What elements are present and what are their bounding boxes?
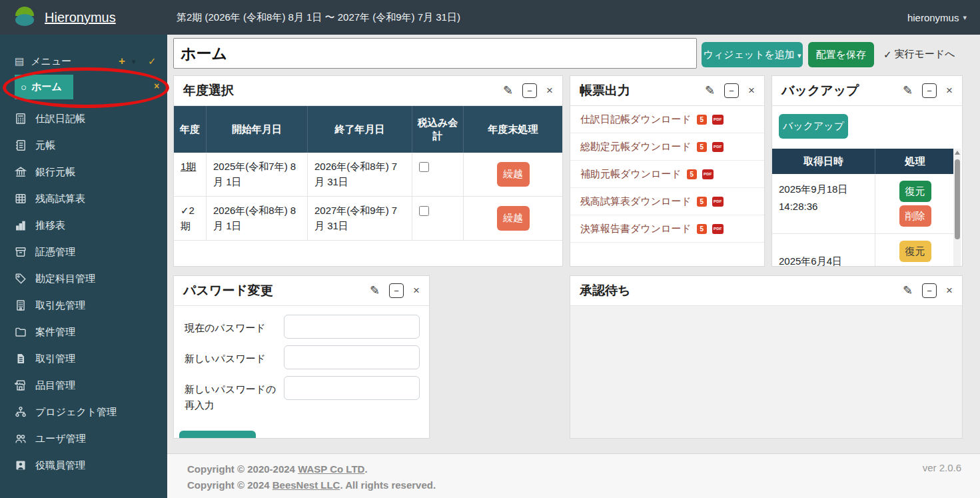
pdf-icon[interactable]: PDF <box>712 197 724 207</box>
period-link[interactable]: 1期 <box>181 159 196 175</box>
calculator-icon <box>15 113 27 125</box>
chevron-down-icon: ▾ <box>797 51 801 59</box>
pencil-icon[interactable]: ✎ <box>370 283 380 298</box>
current-password-field[interactable] <box>284 315 420 339</box>
sidebar-item-evidence[interactable]: 証憑管理 <box>0 239 167 265</box>
pdf-icon[interactable]: PDF <box>702 169 714 179</box>
folder-icon <box>15 326 27 338</box>
sidebar-item-journal[interactable]: 仕訳日記帳 <box>0 105 167 132</box>
sidebar-item-transactions[interactable]: 取引管理 <box>0 345 167 372</box>
sidebar-item-trend-table[interactable]: 推移表 <box>0 212 167 239</box>
collapse-icon[interactable]: − <box>522 83 537 98</box>
pdf-icon[interactable]: PDF <box>712 224 724 234</box>
tax-included-checkbox[interactable] <box>419 206 429 216</box>
brand-name[interactable]: Hieronymus <box>45 10 116 25</box>
download-link[interactable]: 仕訳日記帳ダウンロード <box>580 113 692 126</box>
pencil-icon[interactable]: ✎ <box>705 83 715 98</box>
pdf-icon[interactable]: PDF <box>712 142 724 152</box>
collapse-icon[interactable]: − <box>389 283 404 298</box>
table-row: 1期 2025年(令和7年) 8月 1日 2026年(令和8年) 7月 31日 … <box>174 153 562 197</box>
wasp-link[interactable]: WASP Co LTD <box>298 463 364 475</box>
new-password-field[interactable] <box>284 345 420 369</box>
beesnest-link[interactable]: BeesNest LLC <box>272 479 340 491</box>
sidebar-item-trial-balance[interactable]: 残高試算表 <box>0 185 167 212</box>
delete-button[interactable]: 削除 <box>899 205 931 227</box>
password-update-button[interactable]: パスワード更新 <box>179 431 256 439</box>
html5-icon[interactable]: 5 <box>697 115 707 125</box>
widget-title: パスワード変更 <box>183 282 370 299</box>
run-mode-link[interactable]: ✓ 実行モードへ <box>883 48 955 61</box>
sidebar-item-cases[interactable]: 案件管理 <box>0 319 167 345</box>
close-icon[interactable]: × <box>748 84 755 97</box>
version-label: ver 2.0.6 <box>923 462 961 473</box>
year-end-cell: 繰越 <box>464 197 562 241</box>
page-title-input[interactable] <box>173 38 697 69</box>
close-icon[interactable]: × <box>546 84 553 97</box>
save-layout-button[interactable]: 配置を保存 <box>808 42 874 67</box>
pdf-icon[interactable]: PDF <box>712 115 724 125</box>
restore-button[interactable]: 復元 <box>899 181 931 202</box>
sidebar-item-bank-ledger[interactable]: 銀行元帳 <box>0 159 167 185</box>
menu-add-button[interactable]: + <box>119 55 125 68</box>
collapse-icon[interactable]: − <box>724 83 739 98</box>
widget-title: バックアップ <box>781 82 903 99</box>
sidebar-item-label: ユーザ管理 <box>35 433 86 445</box>
menu-confirm-button[interactable]: ✓ <box>148 55 157 67</box>
sidebar-item-officers[interactable]: 役職員管理 <box>0 452 167 479</box>
pencil-icon[interactable]: ✎ <box>503 83 513 98</box>
collapse-icon[interactable]: − <box>922 283 937 298</box>
download-link[interactable]: 総勘定元帳ダウンロード <box>580 141 692 153</box>
sidebar-item-home[interactable]: ○ ホーム <box>15 75 73 99</box>
sitemap-icon <box>15 406 27 418</box>
user-dropdown[interactable]: hieronymus ▾ <box>907 0 967 35</box>
pencil-icon[interactable]: ✎ <box>903 83 913 98</box>
start-date-cell: 2025年(令和7年) 8月 1日 <box>207 153 308 197</box>
copyright-text: Copyright © 2020-2024 <box>187 463 298 475</box>
close-icon[interactable]: × <box>946 84 953 97</box>
column-header: 取得日時 <box>772 149 875 174</box>
current-period-label: ✓2期 <box>181 203 199 233</box>
brand[interactable]: Hieronymus <box>12 5 116 30</box>
column-header: 税込み会計 <box>412 106 464 153</box>
html5-icon[interactable]: 5 <box>697 142 707 152</box>
html5-icon[interactable]: 5 <box>697 197 707 207</box>
list-item: 仕訳日記帳ダウンロード 5 PDF <box>570 106 764 133</box>
pencil-icon[interactable]: ✎ <box>903 283 913 298</box>
sidebar-item-projects[interactable]: プロジェクト管理 <box>0 399 167 425</box>
close-icon[interactable]: × <box>946 284 953 297</box>
menu-caret-icon[interactable]: ▾ <box>132 57 136 66</box>
sidebar-item-partners[interactable]: 取引先管理 <box>0 292 167 319</box>
widget-report-output: 帳票出力 ✎ − × 仕訳日記帳ダウンロード 5 PDF 総勘定元帳ダウンロード… <box>570 75 765 267</box>
download-link[interactable]: 補助元帳ダウンロード <box>580 168 682 181</box>
scrollbar[interactable] <box>953 149 961 267</box>
sidebar-item-ledger[interactable]: 元帳 <box>0 132 167 159</box>
sidebar-item-label: 仕訳日記帳 <box>35 113 85 125</box>
sidebar-item-items[interactable]: 品目管理 <box>0 372 167 399</box>
close-icon[interactable]: × <box>413 284 420 297</box>
carryover-button[interactable]: 繰越 <box>497 206 530 231</box>
sidebar-item-accounts[interactable]: 勘定科目管理 <box>0 265 167 292</box>
menu-list-icon: ▤ <box>15 55 24 67</box>
html5-icon[interactable]: 5 <box>697 224 707 234</box>
download-link[interactable]: 決算報告書ダウンロード <box>580 223 692 235</box>
field-label: 新しいパスワードの再入力 <box>185 376 284 413</box>
html5-icon[interactable]: 5 <box>687 169 697 179</box>
column-header: 開始年月日 <box>207 106 308 153</box>
table-header-row: 年度 開始年月日 終了年月日 税込み会計 年度末処理 <box>174 106 562 153</box>
confirm-password-field[interactable] <box>284 376 420 400</box>
footer: Copyright © 2020-2024 WASP Co LTD. Copyr… <box>167 453 980 498</box>
home-remove-button[interactable]: × <box>154 81 159 91</box>
year-table: 年度 開始年月日 終了年月日 税込み会計 年度末処理 1期 2025年(令和7年… <box>174 106 562 241</box>
add-widget-button[interactable]: ウィジェットを追加 ▾ <box>702 42 803 67</box>
sidebar-item-label: 残高試算表 <box>35 193 85 205</box>
collapse-icon[interactable]: − <box>922 83 937 98</box>
sidebar-item-users[interactable]: ユーザ管理 <box>0 425 167 452</box>
tax-included-checkbox[interactable] <box>419 162 429 172</box>
download-link[interactable]: 残高試算表ダウンロード <box>580 195 692 208</box>
carryover-button[interactable]: 繰越 <box>497 162 530 187</box>
backup-button[interactable]: バックアップ <box>779 114 848 139</box>
restore-button[interactable]: 復元 <box>899 241 931 262</box>
scroll-up-icon[interactable] <box>955 151 960 155</box>
scrollbar-thumb[interactable] <box>955 159 960 239</box>
hieronymus-logo-icon <box>12 5 37 30</box>
